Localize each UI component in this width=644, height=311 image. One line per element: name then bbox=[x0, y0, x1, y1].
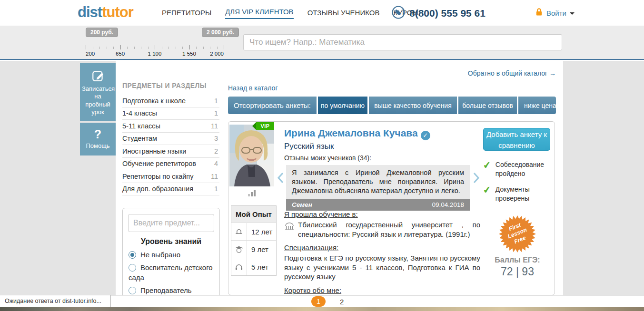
tutor-name: Ирина Джемаловна Кучава bbox=[284, 127, 418, 138]
login-control[interactable]: Войти bbox=[535, 0, 575, 26]
pagination-page-1[interactable]: 1 bbox=[311, 296, 326, 307]
subject-count: 2 bbox=[214, 147, 219, 155]
tutor-profile-card: VIP Мой Опыт 12 лет 9 лет 5 лет bbox=[228, 121, 555, 295]
experience-table-title: Мой Опыт bbox=[231, 206, 276, 223]
nav-item-vip-clients[interactable]: ДЛЯ VIP КЛИЕНТОВ bbox=[225, 8, 293, 19]
sort-option-price[interactable]: ниже цена bbox=[518, 97, 556, 114]
tutor-subject: Русский язык bbox=[284, 142, 334, 151]
ege-scores-value: 72 | 93 bbox=[485, 265, 549, 278]
review-date: 09.04.2018 bbox=[432, 201, 464, 208]
trial-lesson-label: Записаться на пробный урок bbox=[82, 85, 115, 116]
level-filter-title: Уровень знаний bbox=[123, 237, 219, 246]
subject-category-row[interactable]: 5-11 классы11 bbox=[122, 120, 219, 133]
skype-experience-icon bbox=[231, 258, 247, 275]
level-label: Не выбрано bbox=[140, 251, 180, 259]
sort-option-default[interactable]: по умолчанию bbox=[318, 97, 367, 114]
subject-label: 1-4 классы bbox=[122, 109, 157, 117]
vip-badge: VIP bbox=[256, 122, 274, 130]
chevron-down-icon bbox=[570, 12, 575, 15]
question-icon: ? bbox=[82, 127, 114, 142]
browser-status-bar: Ожидание ответа от dist-tutor.info... bbox=[0, 295, 111, 308]
subject-label: Для доп. образования bbox=[122, 185, 193, 193]
tutor-experience-icon bbox=[231, 241, 247, 258]
review-meta-bar: Семен 09.04.2018 bbox=[286, 199, 470, 211]
badge-label: Собеседование пройдено bbox=[495, 160, 549, 178]
search-input[interactable] bbox=[243, 34, 562, 50]
interview-passed-badge: ✔ Собеседование пройдено bbox=[484, 160, 549, 178]
education-text: Тбилисский государственный университет ,… bbox=[298, 221, 480, 238]
sort-bar-label: Отсортировать анкеты: bbox=[228, 97, 317, 114]
scale-label: 1 100 bbox=[148, 51, 162, 57]
subject-category-row[interactable]: Иностранные языки2 bbox=[122, 145, 219, 158]
experience-row: 12 лет bbox=[231, 223, 276, 240]
subject-count: 1 bbox=[214, 97, 219, 105]
level-option-none[interactable]: Не выбрано bbox=[129, 250, 215, 260]
review-author: Семен bbox=[292, 201, 312, 208]
experience-row: 9 лет bbox=[231, 240, 276, 258]
price-slider-ruler[interactable] bbox=[86, 45, 224, 50]
level-label: Воспитатель детского сада bbox=[129, 263, 213, 281]
education-row: Тбилисский государственный университет ,… bbox=[284, 220, 480, 239]
trial-lesson-button[interactable]: Записаться на пробный урок bbox=[80, 63, 116, 121]
badge-label: Документы проверены bbox=[495, 185, 549, 203]
logo-part-tutor: tutor bbox=[102, 4, 133, 20]
subject-category-row[interactable]: Студентам3 bbox=[122, 133, 219, 146]
sort-option-quality[interactable]: выше качество обучения bbox=[369, 97, 457, 114]
pagination-page-2[interactable]: 2 bbox=[340, 298, 344, 306]
specialization-text: Подготовка к ЕГЭ по русскому языку, Заня… bbox=[284, 253, 480, 282]
scale-label: 650 bbox=[116, 51, 125, 57]
radio-icon bbox=[129, 251, 136, 259]
sort-option-reviews[interactable]: больше отзывов bbox=[458, 97, 517, 114]
reviews-link[interactable]: Отзывы моих учеников (34): bbox=[284, 154, 371, 162]
subject-category-row[interactable]: 1-4 классы1 bbox=[122, 107, 219, 120]
tutor-photo[interactable] bbox=[229, 125, 274, 186]
back-to-catalog-link[interactable]: Назад в каталог bbox=[228, 84, 278, 92]
subject-category-row[interactable]: Для доп. образования1 bbox=[122, 183, 219, 196]
level-option-kindergarten[interactable]: Воспитатель детского сада bbox=[129, 263, 215, 282]
subject-category-row[interactable]: Репетиторы по скайпу11 bbox=[122, 170, 219, 183]
education-title: Я прошла обучение в: bbox=[284, 210, 480, 218]
university-icon bbox=[284, 221, 295, 231]
phone-number: 8(800) 555 95 61 bbox=[409, 8, 485, 19]
logo-part-dist: dist bbox=[78, 4, 102, 20]
subject-category-row[interactable]: Обучение репетиторов4 bbox=[122, 158, 219, 171]
subject-search-input[interactable] bbox=[128, 214, 214, 232]
lock-icon bbox=[535, 8, 543, 19]
back-to-general-catalog-link[interactable]: Обратно в общий каталог → bbox=[468, 69, 556, 77]
help-button[interactable]: ? Помощь bbox=[80, 123, 116, 156]
documents-verified-badge: ✔ Документы проверены bbox=[484, 185, 549, 203]
desktop-background-strip bbox=[0, 307, 644, 311]
help-label: Помощь bbox=[86, 142, 109, 149]
chevron-right-icon[interactable] bbox=[473, 172, 480, 186]
teacher-experience-icon bbox=[231, 223, 247, 240]
experience-value: 9 лет bbox=[247, 241, 268, 258]
subject-label: Иностранные языки bbox=[122, 147, 186, 155]
subject-count: 3 bbox=[214, 135, 219, 142]
review-text: Я занимался с Ириной Джемаловной русским… bbox=[286, 165, 470, 199]
experience-value: 12 лет bbox=[247, 223, 272, 240]
review-slider: Я занимался с Ириной Джемаловной русским… bbox=[286, 165, 470, 211]
radio-icon bbox=[129, 264, 136, 272]
main-nav: РЕПЕТИТОРЫ ДЛЯ VIP КЛИЕНТОВ ОТЗЫВЫ УЧЕНИ… bbox=[162, 0, 418, 26]
nav-item-tutors[interactable]: РЕПЕТИТОРЫ bbox=[162, 9, 211, 18]
add-to-compare-button[interactable]: Добавить анкету к сравнению bbox=[483, 128, 550, 151]
chevron-left-icon[interactable] bbox=[277, 172, 284, 186]
subject-count: 4 bbox=[214, 160, 219, 167]
price-filter-band: 200 руб. 2 000 руб. 200 650 1 100 1 550 … bbox=[0, 26, 644, 60]
phone-icon bbox=[391, 5, 406, 21]
side-action-column: Записаться на пробный урок ? Помощь bbox=[80, 63, 116, 157]
tutor-name-link[interactable]: Ирина Джемаловна Кучава✓ bbox=[284, 127, 430, 140]
rating-bars-icon[interactable] bbox=[248, 190, 257, 196]
tutor-details: Я прошла обучение в: Тбилисский государс… bbox=[284, 210, 480, 295]
subject-label: Подготовка к школе bbox=[122, 97, 186, 105]
subject-label: 5-11 классы bbox=[122, 122, 160, 130]
nav-item-student-reviews[interactable]: ОТЗЫВЫ УЧЕНИКОВ bbox=[307, 9, 380, 18]
experience-value: 5 лет bbox=[247, 258, 268, 275]
specialization-title: Специализация: bbox=[284, 243, 480, 252]
price-max-badge[interactable]: 2 000 руб. bbox=[202, 28, 239, 37]
site-logo[interactable]: disttutor bbox=[78, 4, 133, 21]
price-min-badge[interactable]: 200 руб. bbox=[86, 28, 118, 37]
subject-category-row[interactable]: Подготовка к школе1 bbox=[122, 95, 219, 107]
experience-row: 5 лет bbox=[231, 258, 276, 275]
scale-label: 1 550 bbox=[182, 51, 196, 57]
